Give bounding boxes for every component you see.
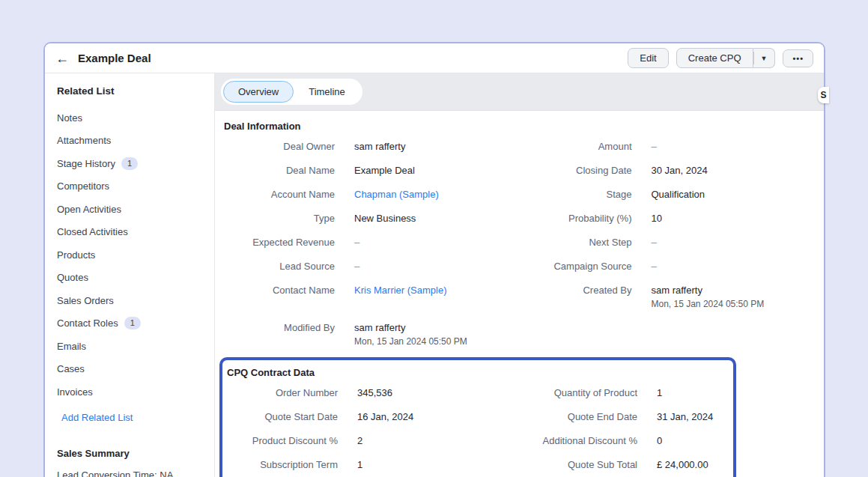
field-value: New Business [354,213,520,224]
field-label: Lead Source [222,261,335,272]
field-row: Account Name Chapman (Sample) Stage Qual… [222,182,816,206]
sidebar-item-products[interactable]: Products [57,243,214,267]
field-label: Quote Sub Total [525,459,637,470]
field-value: 345,536 [357,387,525,398]
field-value: sam rafferty Mon, 15 Jan 2024 05:50 PM [354,322,520,347]
field-label: Quote Start Date [225,411,338,422]
field-value: – [652,261,817,272]
tab-timeline[interactable]: Timeline [294,81,360,103]
tab-overview[interactable]: Overview [223,81,294,103]
deal-body: Related List Notes Attachments Stage His… [45,73,824,477]
field-label: Created By [520,285,632,296]
edit-button[interactable]: Edit [628,48,668,68]
field-value: – [652,141,817,152]
field-row: Lead Source – Campaign Source – [222,254,816,278]
field-contact-name: Contact Name Kris Marrier (Sample) [222,278,520,315]
field-value: – [354,237,520,248]
field-label: Amount [520,141,632,152]
sidebar-item-sales-orders[interactable]: Sales Orders [57,289,214,312]
field-label: Additional Discount % [525,435,637,446]
field-row: Quote Start Date 16 Jan, 2024 Quote End … [225,404,733,428]
cpq-contract-data-highlight-box: CPQ Contract Data Order Number 345,536 Q… [219,357,736,477]
field-order-number: Order Number 345,536 [225,380,525,404]
field-value: Example Deal [354,165,520,176]
created-by-timestamp: Mon, 15 Jan 2024 05:50 PM [652,299,817,309]
field-quote-sub-total: Quote Sub Total £ 24,000.00 [525,452,733,476]
modified-by-timestamp: Mon, 15 Jan 2024 05:50 PM [354,336,520,347]
field-next-step: Next Step – [520,230,817,254]
sidebar-item-invoices[interactable]: Invoices [57,380,214,404]
edge-peek-element: S [818,87,829,103]
create-cpq-dropdown-icon[interactable]: ▼ [753,48,776,68]
created-by-name: sam rafferty [652,285,817,296]
field-created-by: Created By sam rafferty Mon, 15 Jan 2024… [520,278,817,315]
more-actions-button[interactable]: ••• [783,49,813,67]
field-value: sam rafferty Mon, 15 Jan 2024 05:50 PM [652,285,817,309]
field-value: £ 24,000.00 [657,459,733,470]
field-row: Product Discount % 2 Additional Discount… [225,428,733,452]
field-value: 0 [657,435,733,446]
sidebar-item-attachments[interactable]: Attachments [57,130,214,153]
field-value: 31 Jan, 2024 [657,411,733,422]
field-subscription-term: Subscription Term 1 [225,452,525,476]
field-value: 1 [357,459,525,470]
sidebar-item-quotes[interactable]: Quotes [57,267,214,290]
field-label: Quote End Date [525,411,637,422]
field-probability: Probability (%) 10 [520,206,817,230]
count-badge: 1 [121,157,138,170]
create-cpq-split-button: Create CPQ ▼ [676,48,776,68]
deal-fields-panel: Deal Information Deal Owner sam rafferty… [215,111,824,477]
sales-summary-title: Sales Summary [57,443,214,465]
account-name-link[interactable]: Chapman (Sample) [354,189,520,200]
field-type: Type New Business [222,206,520,230]
sidebar-item-competitors[interactable]: Competitors [57,175,214,198]
field-expected-revenue: Expected Revenue – [222,230,520,254]
sidebar-item-closed-activities[interactable]: Closed Activities [57,221,214,244]
field-value: Qualification [652,189,817,200]
sidebar-item-contact-roles[interactable]: Contact Roles1 [57,312,214,335]
tabs-container: Overview Timeline [221,79,362,105]
field-row: Deal Name Example Deal Closing Date 30 J… [222,158,816,182]
field-label: Subscription Term [225,459,338,470]
field-row: Order Number 345,536 Quantity of Product… [225,380,733,404]
field-value: – [652,237,817,248]
contact-name-link[interactable]: Kris Marrier (Sample) [354,285,520,296]
field-value: – [354,261,520,272]
field-label: Account Name [222,189,335,200]
field-label: Next Step [520,237,632,248]
sidebar-item-cases[interactable]: Cases [57,358,214,381]
field-value: 30 Jan, 2024 [652,165,817,176]
field-label: Expected Revenue [222,237,335,248]
field-label: Type [222,213,335,224]
field-label: Product Discount % [225,435,338,446]
create-cpq-button[interactable]: Create CPQ [676,48,753,68]
field-modified-by: Modified By sam rafferty Mon, 15 Jan 202… [222,315,520,353]
field-stage: Stage Qualification [520,182,817,206]
field-label: Contact Name [222,285,335,296]
field-deal-owner: Deal Owner sam rafferty [222,134,520,158]
field-row: Subscription Term 1 Quote Sub Total £ 24… [225,452,733,476]
back-arrow-icon[interactable]: ← [55,52,69,65]
field-row: Type New Business Probability (%) 10 [222,206,816,230]
add-related-list-link[interactable]: Add Related List [61,407,214,429]
field-label: Deal Name [222,165,335,176]
field-value: 1 [657,387,733,398]
sidebar-item-emails[interactable]: Emails [57,335,214,358]
deal-detail-content: Overview Timeline Deal Information Deal … [215,73,824,477]
field-additional-discount: Additional Discount % 0 [525,428,733,452]
deal-header: ← Example Deal Edit Create CPQ ▼ ••• [45,43,824,73]
sidebar-item-open-activities[interactable]: Open Activities [57,198,214,221]
count-badge: 1 [124,317,141,329]
field-label: Quantity of Product [525,387,637,398]
field-row: Modified By sam rafferty Mon, 15 Jan 202… [222,315,816,353]
tabs-strip: Overview Timeline [215,73,824,111]
field-quote-start-date: Quote Start Date 16 Jan, 2024 [225,404,525,428]
field-value: 2 [357,435,525,446]
field-label: Order Number [225,387,338,398]
related-list-title: Related List [57,85,214,97]
field-label: Deal Owner [222,141,335,152]
field-label: Closing Date [520,165,632,176]
sidebar-item-stage-history[interactable]: Stage History1 [57,152,214,175]
field-label: Probability (%) [520,213,632,224]
sidebar-item-notes[interactable]: Notes [57,106,214,130]
